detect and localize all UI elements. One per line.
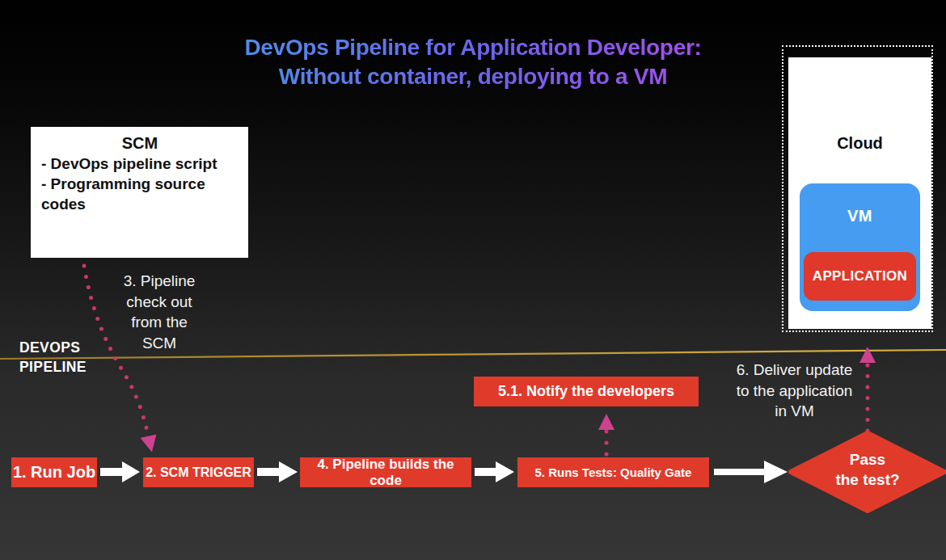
flow-arrow-3: [475, 461, 514, 482]
scm-box-item: - DevOps pipeline script: [41, 154, 239, 174]
deliver-update-line: in VM: [724, 401, 865, 422]
deliver-update-line: 6. Deliver update: [724, 360, 865, 381]
devops-pipeline-diagram: DevOps Pipeline for Application Develope…: [0, 0, 946, 560]
deliver-update-label: 6. Deliver update to the application in …: [724, 360, 865, 422]
scm-box-title: SCM: [41, 133, 239, 154]
decision-label-line: Pass: [811, 449, 924, 469]
step-build-code: 4. Pipeline builds the code: [300, 457, 471, 487]
scm-box: SCM - DevOps pipeline script - Programmi…: [31, 127, 248, 258]
step-run-job: 1. Run Job: [11, 457, 97, 487]
devops-pipeline-label-line: PIPELINE: [19, 358, 87, 377]
vm-label: VM: [800, 207, 920, 225]
cloud-title: Cloud: [788, 134, 931, 153]
decision-label-line: the test?: [811, 469, 924, 490]
devops-pipeline-label-line: DEVOPS: [19, 339, 87, 358]
deliver-update-line: to the application: [724, 381, 865, 402]
devops-pipeline-label: DEVOPS PIPELINE: [19, 339, 87, 377]
checkout-label-line: from the: [108, 312, 211, 333]
decision-label: Pass the test?: [811, 449, 924, 490]
application-box: APPLICATION: [804, 252, 916, 301]
checkout-label: 3. Pipeline check out from the SCM: [108, 271, 211, 353]
checkout-label-line: check out: [108, 292, 211, 313]
flow-arrow-4: [714, 461, 788, 483]
checkout-label-line: 3. Pipeline: [108, 271, 211, 292]
flow-arrow-2: [257, 461, 298, 482]
flow-arrow-1: [100, 461, 140, 482]
scm-box-item: - Programming source codes: [41, 174, 239, 214]
step-quality-gate: 5. Runs Tests: Quality Gate: [517, 457, 709, 487]
notify-developers-box: 5.1. Notify the developers: [474, 377, 699, 406]
checkout-label-line: SCM: [108, 333, 211, 354]
step-scm-trigger: 2. SCM TRIGGER: [143, 457, 254, 487]
